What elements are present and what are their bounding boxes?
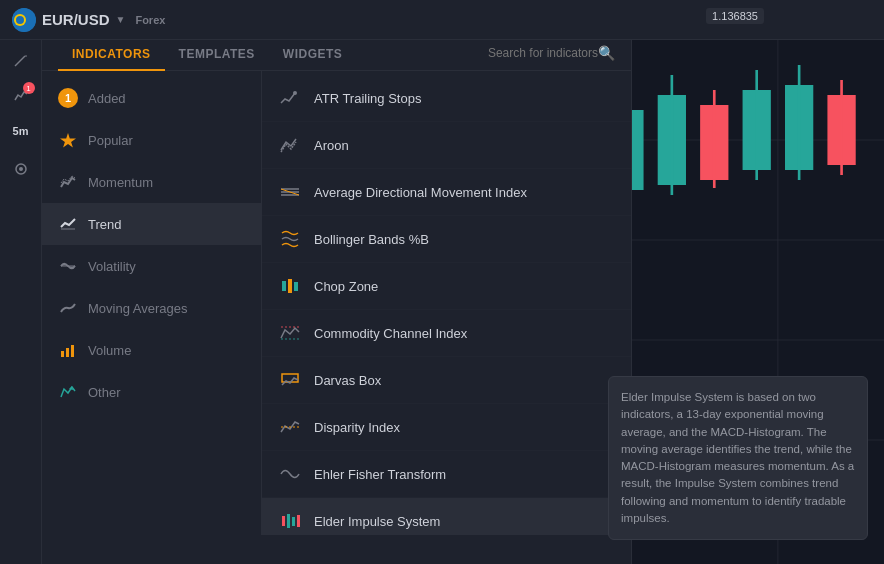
indicator-label: Darvas Box (314, 373, 381, 388)
tabs: INDICATORS TEMPLATES WIDGETS 🔍 (42, 39, 631, 71)
category-item-popular[interactable]: Popular (42, 119, 261, 161)
added-badge: 1 (58, 88, 78, 108)
category-label-momentum: Momentum (88, 175, 153, 190)
svg-rect-62 (71, 345, 74, 357)
search-icon[interactable]: 🔍 (598, 45, 615, 61)
list-item[interactable]: Bollinger Bands %B (262, 216, 631, 263)
list-item[interactable]: ATR Trailing Stops (262, 75, 631, 122)
svg-rect-61 (66, 348, 69, 357)
svg-point-57 (19, 167, 23, 171)
category-item-momentum[interactable]: Momentum (42, 161, 261, 203)
svg-rect-78 (292, 517, 295, 526)
search-input[interactable] (356, 46, 598, 60)
ehler-icon (278, 462, 302, 486)
draw-tool-icon[interactable] (5, 44, 37, 76)
category-item-volatility[interactable]: Volatility (42, 245, 261, 287)
popular-icon (58, 130, 78, 150)
indicator-label: ATR Trailing Stops (314, 91, 421, 106)
indicator-label: Disparity Index (314, 420, 400, 435)
list-item[interactable]: Average Directional Movement Index (262, 169, 631, 216)
main-panel: CHART ANALYSIS INDICATORS TEMPLATES WIDG… (42, 0, 632, 564)
forex-label: Forex (135, 14, 165, 26)
content-area: 1 Added Popular Momentum (42, 71, 631, 535)
pair-label: EUR/USD (42, 11, 110, 28)
adx-icon (278, 180, 302, 204)
category-list: 1 Added Popular Momentum (42, 71, 262, 535)
pair-arrow: ▼ (116, 14, 126, 25)
svg-rect-71 (294, 282, 298, 291)
indicator-badge: 1 (23, 82, 35, 94)
trend-icon (58, 214, 78, 234)
svg-rect-60 (61, 351, 64, 357)
category-item-moving-averages[interactable]: Moving Averages (42, 287, 261, 329)
svg-rect-76 (282, 516, 285, 526)
category-label-popular: Popular (88, 133, 133, 148)
category-label-volume: Volume (88, 343, 131, 358)
bollinger-icon (278, 227, 302, 251)
category-item-trend[interactable]: Trend (42, 203, 261, 245)
indicator-label: Aroon (314, 138, 349, 153)
list-item[interactable]: Disparity Index (262, 404, 631, 451)
chop-zone-icon (278, 274, 302, 298)
list-item-elder[interactable]: Elder Impulse System (262, 498, 631, 535)
list-item[interactable]: Ehler Fisher Transform (262, 451, 631, 498)
aroon-icon (278, 133, 302, 157)
category-label-other: Other (88, 385, 121, 400)
category-label-volatility: Volatility (88, 259, 136, 274)
list-item[interactable]: Commodity Channel Index (262, 310, 631, 357)
list-item[interactable]: Chop Zone (262, 263, 631, 310)
svg-rect-70 (288, 279, 292, 293)
darvas-icon (278, 368, 302, 392)
timeframe-button[interactable]: 5m (5, 120, 37, 142)
currency-pair[interactable]: EUR/USD ▼ Forex (12, 8, 165, 32)
indicator-label: Elder Impulse System (314, 514, 440, 529)
category-item-other[interactable]: Other (42, 371, 261, 413)
alert-tool-icon[interactable] (5, 154, 37, 186)
svg-point-2 (16, 16, 24, 24)
category-label-moving-averages: Moving Averages (88, 301, 188, 316)
volume-icon (58, 340, 78, 360)
category-item-volume[interactable]: Volume (42, 329, 261, 371)
list-item[interactable]: Darvas Box (262, 357, 631, 404)
indicator-label: Ehler Fisher Transform (314, 467, 446, 482)
category-label-trend: Trend (88, 217, 121, 232)
indicator-label: Commodity Channel Index (314, 326, 467, 341)
tab-widgets[interactable]: WIDGETS (269, 39, 357, 71)
other-icon (58, 382, 78, 402)
tooltip-box: Elder Impulse System is based on two ind… (608, 376, 868, 540)
flag-icon (12, 8, 36, 32)
volatility-icon (58, 256, 78, 276)
indicator-label: Bollinger Bands %B (314, 232, 429, 247)
elder-icon (278, 509, 302, 533)
cci-icon (278, 321, 302, 345)
svg-point-64 (293, 91, 297, 95)
category-label-added: Added (88, 91, 126, 106)
svg-line-55 (15, 56, 25, 66)
indicator-label: Chop Zone (314, 279, 378, 294)
disparity-icon (278, 415, 302, 439)
indicator-list: ATR Trailing Stops Aroon (262, 71, 631, 535)
svg-rect-79 (297, 515, 300, 527)
price-badge: 1.136835 (706, 8, 764, 24)
indicator-tool-icon[interactable]: 1 (5, 80, 37, 112)
momentum-icon (58, 172, 78, 192)
left-sidebar: 1 5m (0, 0, 42, 564)
top-bar: EUR/USD ▼ Forex 1.136835 (0, 0, 884, 40)
svg-rect-77 (287, 514, 290, 528)
tooltip-text: Elder Impulse System is based on two ind… (621, 391, 854, 524)
atr-icon (278, 86, 302, 110)
tab-indicators[interactable]: INDICATORS (58, 39, 165, 71)
moving-avg-icon (58, 298, 78, 318)
tab-templates[interactable]: TEMPLATES (165, 39, 269, 71)
list-item[interactable]: Aroon (262, 122, 631, 169)
indicator-label: Average Directional Movement Index (314, 185, 527, 200)
svg-rect-69 (282, 281, 286, 291)
category-item-added[interactable]: 1 Added (42, 77, 261, 119)
